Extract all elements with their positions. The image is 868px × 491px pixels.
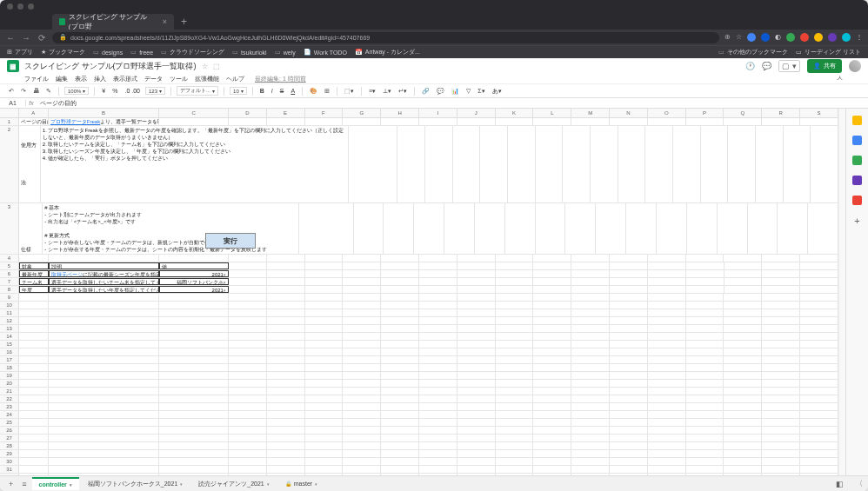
cell[interactable] [343, 466, 381, 473]
cell[interactable] [343, 262, 381, 269]
cell[interactable] [229, 427, 267, 434]
cell[interactable] [457, 372, 496, 379]
cell[interactable] [343, 442, 381, 449]
cell[interactable] [305, 427, 344, 434]
cell[interactable] [453, 126, 481, 202]
cell[interactable] [381, 348, 419, 355]
chart-button[interactable]: 📊 [450, 88, 461, 95]
cell[interactable] [49, 450, 159, 457]
cell[interactable] [343, 278, 381, 285]
cell[interactable] [267, 372, 305, 379]
cell[interactable] [496, 450, 534, 457]
cell[interactable] [343, 302, 381, 309]
menu-insert[interactable]: 挿入 [94, 75, 106, 83]
cell[interactable] [571, 309, 610, 316]
cell[interactable] [381, 450, 419, 457]
execute-button[interactable]: 実行 [205, 233, 256, 249]
cell[interactable]: 使用方法 [19, 126, 41, 202]
cell[interactable] [762, 388, 800, 395]
cell[interactable] [800, 341, 838, 348]
cell[interactable] [686, 348, 724, 355]
cell[interactable] [610, 309, 648, 316]
cell[interactable] [267, 278, 305, 285]
row-number[interactable]: 1 [0, 118, 19, 125]
cell[interactable] [571, 118, 610, 125]
extensions-menu-icon[interactable]: ⋮ [856, 33, 863, 42]
cell[interactable] [343, 286, 381, 293]
cell[interactable] [724, 325, 762, 332]
cell[interactable] [457, 262, 496, 269]
cell[interactable] [444, 203, 475, 254]
cell[interactable] [229, 118, 267, 125]
cell[interactable] [762, 395, 800, 402]
font-select[interactable]: デフォルト... ▾ [177, 86, 218, 96]
cell[interactable] [49, 348, 159, 355]
cell[interactable] [419, 474, 457, 475]
cell[interactable] [648, 118, 686, 125]
cell[interactable] [610, 435, 648, 441]
cell[interactable] [533, 388, 571, 395]
cell[interactable] [419, 348, 457, 355]
cell[interactable] [267, 118, 305, 125]
cell[interactable] [533, 118, 571, 125]
cell[interactable] [419, 435, 457, 441]
cell[interactable] [648, 474, 686, 475]
cell[interactable] [657, 203, 687, 254]
cell[interactable] [718, 203, 748, 254]
cell[interactable] [596, 203, 626, 254]
cell[interactable] [686, 118, 724, 125]
cell[interactable] [159, 309, 229, 316]
cell[interactable] [800, 427, 838, 434]
cell[interactable] [159, 333, 229, 340]
cell[interactable] [19, 388, 49, 395]
bookmark-folder[interactable]: ▭ designs [93, 49, 123, 56]
cell[interactable] [267, 333, 305, 340]
cell[interactable] [648, 403, 686, 410]
cell[interactable] [610, 294, 648, 301]
cell[interactable] [533, 317, 571, 324]
add-sheet-button[interactable]: + [5, 480, 17, 488]
cell[interactable] [381, 302, 419, 309]
cell[interactable] [229, 348, 267, 355]
cell[interactable] [724, 302, 762, 309]
cell[interactable] [343, 411, 381, 418]
cell[interactable] [724, 388, 762, 395]
row-number[interactable]: 9 [0, 294, 19, 301]
cell[interactable] [762, 372, 800, 379]
cell[interactable] [343, 388, 381, 395]
cell[interactable] [19, 442, 49, 449]
cell[interactable] [496, 388, 534, 395]
cell[interactable] [571, 395, 610, 402]
cell[interactable] [496, 356, 534, 363]
zoom-select[interactable]: 100% ▾ [64, 87, 89, 95]
cell[interactable] [724, 474, 762, 475]
column-header[interactable]: M [571, 109, 610, 117]
cell[interactable] [343, 450, 381, 457]
cell[interactable] [381, 419, 419, 426]
cell[interactable] [229, 435, 267, 441]
cell[interactable] [419, 118, 457, 125]
cell[interactable] [343, 348, 381, 355]
cell[interactable] [381, 356, 419, 363]
cell[interactable] [533, 356, 571, 363]
cell[interactable] [648, 262, 686, 269]
cell[interactable] [778, 203, 808, 254]
cell[interactable] [159, 403, 229, 410]
cell[interactable] [159, 118, 229, 125]
cell[interactable] [457, 333, 496, 340]
row-number[interactable]: 6 [0, 270, 19, 277]
cell[interactable] [343, 474, 381, 475]
cell[interactable] [305, 372, 344, 379]
cell[interactable] [724, 411, 762, 418]
cell[interactable] [686, 262, 724, 269]
cell[interactable] [159, 395, 229, 402]
column-header[interactable]: H [381, 109, 419, 117]
cell[interactable] [648, 325, 686, 332]
cell[interactable] [267, 435, 305, 441]
row-number[interactable]: 19 [0, 372, 19, 379]
cell[interactable] [724, 278, 763, 285]
cell[interactable] [648, 255, 686, 262]
cell[interactable] [457, 270, 496, 277]
cell[interactable] [762, 356, 800, 363]
cell[interactable] [496, 466, 534, 473]
